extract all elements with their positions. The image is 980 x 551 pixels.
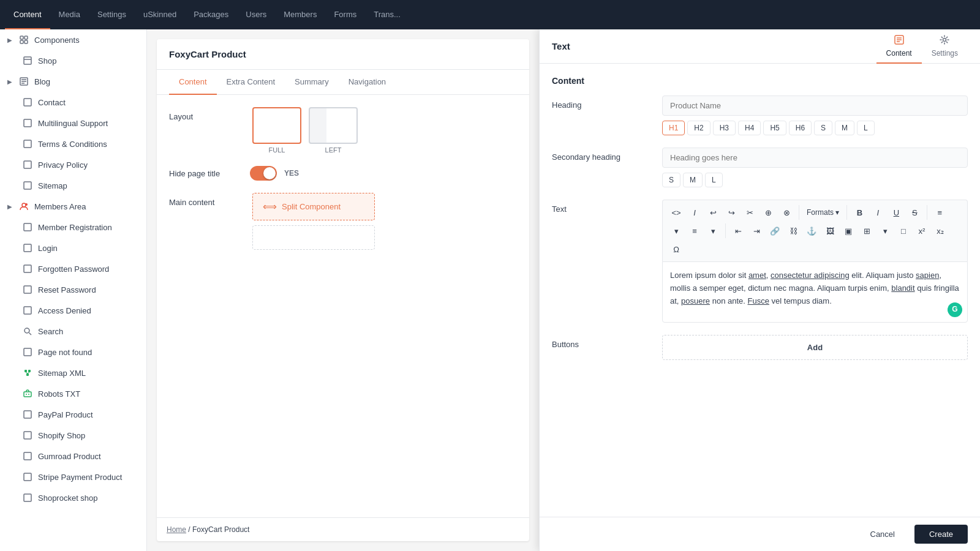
nav-uskinned[interactable]: uSkinned — [135, 0, 185, 29]
sidebar-item-members-area[interactable]: ▶ Members Area — [0, 196, 146, 217]
secondary-size-l[interactable]: L — [705, 173, 723, 187]
toolbar-cut[interactable]: ✂ — [741, 204, 758, 221]
size-h1[interactable]: H1 — [662, 121, 685, 135]
panel-tab-content[interactable]: Content — [876, 29, 922, 64]
sidebar-item-terms[interactable]: Terms & Conditions — [0, 133, 146, 154]
size-h3[interactable]: H3 — [713, 121, 736, 135]
toolbar-ul-arrow[interactable]: ▾ — [668, 222, 685, 239]
svg-rect-10 — [24, 99, 31, 106]
nav-packages[interactable]: Packages — [185, 0, 237, 29]
tab-summary[interactable]: Summary — [285, 70, 339, 95]
layout-full-box[interactable] — [252, 107, 301, 144]
size-m[interactable]: M — [835, 121, 854, 135]
toolbar-anchor[interactable]: ⚓ — [803, 222, 820, 239]
toolbar-formats[interactable]: Formats ▾ — [803, 204, 843, 221]
sidebar-item-shoprocket[interactable]: Shoprocket shop — [0, 487, 146, 508]
terms-icon — [22, 138, 33, 149]
sidebar-item-sitemap-xml[interactable]: Sitemap XML — [0, 362, 146, 383]
nav-forms[interactable]: Forms — [325, 0, 365, 29]
nav-trans[interactable]: Trans... — [365, 0, 409, 29]
toolbar-italic[interactable]: I — [686, 204, 703, 221]
toolbar-ul[interactable]: ≡ — [931, 204, 948, 221]
secondary-size-m[interactable]: M — [683, 173, 703, 187]
toolbar-strikethrough[interactable]: S — [906, 204, 923, 221]
toolbar-redo[interactable]: ↪ — [723, 204, 740, 221]
size-h2[interactable]: H2 — [687, 121, 710, 135]
add-button[interactable]: Add — [807, 343, 823, 352]
cancel-button[interactable]: Cancel — [858, 525, 907, 544]
add-button-area[interactable]: Add — [662, 335, 968, 360]
sidebar-item-shopify[interactable]: Shopify Shop — [0, 425, 146, 446]
toolbar-indent-out[interactable]: ⇤ — [729, 222, 747, 239]
toolbar-italic2[interactable]: I — [869, 204, 886, 221]
tab-navigation[interactable]: Navigation — [339, 70, 396, 95]
toggle-value: YES — [284, 169, 299, 178]
size-h4[interactable]: H4 — [738, 121, 761, 135]
secondary-size-s[interactable]: S — [662, 173, 680, 187]
shopify-icon — [22, 430, 33, 441]
sidebar-item-blog[interactable]: ▶ Blog — [0, 71, 146, 92]
toolbar-color[interactable]: ▣ — [840, 222, 857, 239]
hide-title-toggle[interactable] — [250, 166, 277, 181]
sidebar-item-robots-txt[interactable]: Robots TXT — [0, 383, 146, 404]
toolbar-link[interactable]: 🔗 — [766, 222, 783, 239]
toolbar-media[interactable]: □ — [895, 222, 912, 239]
nav-media[interactable]: Media — [50, 0, 89, 29]
toolbar-image[interactable]: 🖼 — [821, 222, 839, 239]
tab-content[interactable]: Content — [169, 70, 217, 95]
toolbar-ol[interactable]: ≡ — [686, 222, 703, 239]
toolbar-bold[interactable]: B — [851, 204, 868, 221]
sidebar-item-privacy[interactable]: Privacy Policy — [0, 154, 146, 175]
toolbar-undo[interactable]: ↩ — [704, 204, 722, 221]
create-button[interactable]: Create — [914, 525, 968, 544]
breadcrumb-home[interactable]: Home — [167, 525, 186, 534]
text-editor-area[interactable]: Lorem ipsum dolor sit amet, consectetur … — [662, 261, 968, 323]
size-h6[interactable]: H6 — [789, 121, 812, 135]
toolbar-indent-in[interactable]: ⇥ — [748, 222, 765, 239]
toolbar-code[interactable]: <> — [668, 204, 685, 221]
sidebar-item-search[interactable]: Search — [0, 321, 146, 342]
toolbar-underline[interactable]: U — [888, 204, 905, 221]
nav-settings[interactable]: Settings — [89, 0, 135, 29]
sidebar-item-paypal[interactable]: PayPal Product — [0, 404, 146, 425]
nav-members[interactable]: Members — [275, 0, 325, 29]
sidebar-item-forgotten-password[interactable]: Forgotten Password — [0, 258, 146, 279]
toolbar-special[interactable]: Ω — [668, 241, 685, 258]
layout-left-option[interactable]: LEFT — [309, 107, 358, 154]
sidebar-item-access-denied[interactable]: Access Denied — [0, 300, 146, 321]
sidebar-item-member-registration[interactable]: Member Registration — [0, 217, 146, 238]
toolbar-sup[interactable]: x² — [913, 222, 930, 239]
sidebar-item-reset-password[interactable]: Reset Password — [0, 279, 146, 300]
toolbar-divider-4 — [725, 223, 726, 238]
toolbar-paste[interactable]: ⊗ — [778, 204, 795, 221]
nav-content[interactable]: Content — [5, 0, 50, 29]
tab-extra-content[interactable]: Extra Content — [217, 70, 285, 95]
shop-icon — [22, 55, 33, 66]
sidebar-item-components[interactable]: ▶ Components — [0, 29, 146, 50]
panel-tab-settings[interactable]: Settings — [922, 29, 968, 64]
sidebar-item-contact[interactable]: Contact — [0, 92, 146, 113]
sidebar-item-gumroad[interactable]: Gumroad Product — [0, 446, 146, 467]
split-component-button[interactable]: ⟺ Split Component — [252, 193, 375, 220]
sidebar-item-page-not-found[interactable]: Page not found — [0, 342, 146, 362]
size-s[interactable]: S — [814, 121, 832, 135]
toolbar-table-arrow[interactable]: ▾ — [876, 222, 894, 239]
toolbar-copy[interactable]: ⊕ — [760, 204, 777, 221]
toolbar-ol-arrow[interactable]: ▾ — [704, 222, 722, 239]
members-area-icon — [18, 201, 29, 212]
secondary-heading-input[interactable] — [662, 148, 968, 168]
sidebar-item-sitemap[interactable]: Sitemap — [0, 175, 146, 196]
layout-full-option[interactable]: FULL — [252, 107, 301, 154]
sidebar-item-login[interactable]: Login — [0, 238, 146, 258]
toolbar-unlink[interactable]: ⛓ — [785, 222, 802, 239]
toolbar-sub[interactable]: x₂ — [932, 222, 949, 239]
sidebar-item-stripe[interactable]: Stripe Payment Product — [0, 467, 146, 487]
sidebar-item-multilingual[interactable]: Multilingual Support — [0, 113, 146, 133]
size-h5[interactable]: H5 — [763, 121, 786, 135]
sidebar-item-shop[interactable]: Shop — [0, 50, 146, 71]
toolbar-table[interactable]: ⊞ — [858, 222, 875, 239]
layout-left-box[interactable] — [309, 107, 358, 144]
nav-users[interactable]: Users — [237, 0, 275, 29]
heading-input[interactable] — [662, 96, 968, 116]
size-l[interactable]: L — [857, 121, 875, 135]
